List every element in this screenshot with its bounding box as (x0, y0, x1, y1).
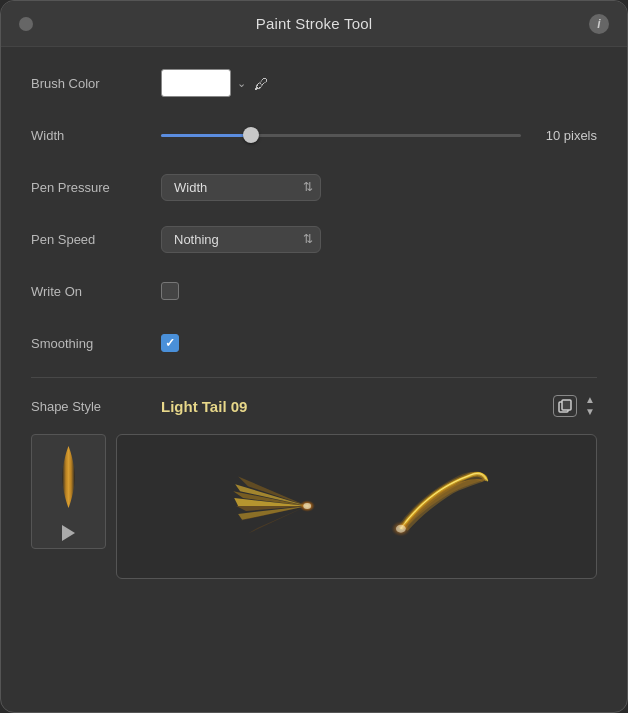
write-on-control (161, 282, 597, 300)
info-icon: i (597, 17, 600, 31)
svg-point-3 (303, 503, 311, 509)
color-swatch[interactable] (161, 69, 231, 97)
play-icon (62, 525, 75, 541)
main-preview-svg (117, 435, 596, 578)
pen-speed-label: Pen Speed (31, 232, 161, 247)
width-control: 10 pixels (161, 125, 597, 145)
shape-stepper: ▲ ▼ (583, 394, 597, 418)
preview-main (116, 434, 597, 579)
width-row: Width 10 pixels (31, 117, 597, 153)
smoothing-control (161, 334, 597, 352)
svg-rect-1 (562, 400, 571, 410)
slider-thumb[interactable] (243, 127, 259, 143)
brush-color-label: Brush Color (31, 76, 161, 91)
content-area: Brush Color ⌄ 🖊 Width 10 pixels (1, 47, 627, 712)
pen-speed-control: Nothing Width Opacity (161, 226, 597, 253)
color-dropdown-arrow[interactable]: ⌄ (237, 77, 246, 90)
shape-style-controls: ▲ ▼ (553, 394, 597, 418)
smoothing-checkbox[interactable] (161, 334, 179, 352)
thumb-stroke-area (32, 435, 105, 518)
play-button-area[interactable] (32, 518, 105, 548)
preview-thumbnail (31, 434, 106, 549)
panel: Paint Stroke Tool i Brush Color ⌄ 🖊 Widt… (0, 0, 628, 713)
pen-pressure-select[interactable]: Width Nothing Opacity Size (161, 174, 321, 201)
pen-pressure-label: Pen Pressure (31, 180, 161, 195)
pen-speed-select[interactable]: Nothing Width Opacity (161, 226, 321, 253)
shape-step-down[interactable]: ▼ (583, 406, 597, 418)
title-bar: Paint Stroke Tool i (1, 1, 627, 47)
thumb-stroke-svg (41, 442, 96, 512)
close-button[interactable] (19, 17, 33, 31)
pen-pressure-control: Width Nothing Opacity Size (161, 174, 597, 201)
divider (31, 377, 597, 378)
write-on-checkbox[interactable] (161, 282, 179, 300)
width-value: 10 pixels (537, 128, 597, 143)
slider-track (161, 134, 521, 137)
slider-fill (161, 134, 251, 137)
write-on-row: Write On (31, 273, 597, 309)
copy-shape-button[interactable] (553, 395, 577, 417)
width-slider[interactable] (161, 125, 521, 145)
panel-title: Paint Stroke Tool (256, 15, 373, 32)
pen-pressure-dropdown-wrapper: Width Nothing Opacity Size (161, 174, 321, 201)
pen-pressure-row: Pen Pressure Width Nothing Opacity Size (31, 169, 597, 205)
pen-speed-dropdown-wrapper: Nothing Width Opacity (161, 226, 321, 253)
svg-point-5 (396, 525, 406, 533)
shape-style-row: Shape Style Light Tail 09 ▲ ▼ (31, 394, 597, 418)
info-button[interactable]: i (589, 14, 609, 34)
shape-style-value: Light Tail 09 (161, 398, 553, 415)
shape-step-up[interactable]: ▲ (583, 394, 597, 406)
smoothing-label: Smoothing (31, 336, 161, 351)
preview-area (31, 434, 597, 579)
eyedropper-icon[interactable]: 🖊 (254, 75, 269, 92)
write-on-label: Write On (31, 284, 161, 299)
brush-color-row: Brush Color ⌄ 🖊 (31, 65, 597, 101)
smoothing-row: Smoothing (31, 325, 597, 361)
pen-speed-row: Pen Speed Nothing Width Opacity (31, 221, 597, 257)
shape-style-label: Shape Style (31, 399, 161, 414)
brush-color-control: ⌄ 🖊 (161, 69, 597, 97)
copy-icon (557, 398, 573, 414)
width-label: Width (31, 128, 161, 143)
